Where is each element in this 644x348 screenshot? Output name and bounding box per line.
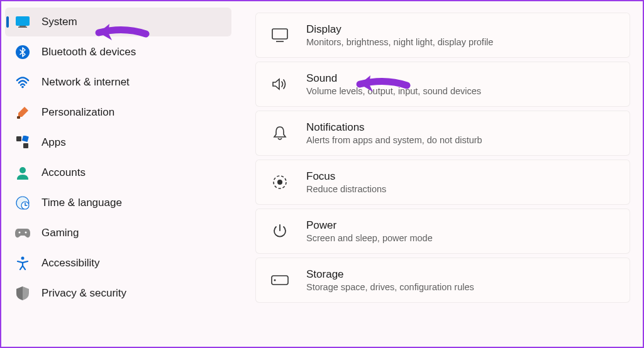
paintbrush-icon	[15, 105, 30, 120]
card-text: Storage Storage space, drives, configura…	[306, 268, 474, 292]
card-notifications[interactable]: Notifications Alerts from apps and syste…	[255, 111, 630, 156]
sidebar-item-apps[interactable]: Apps	[5, 128, 231, 157]
apps-icon	[15, 135, 30, 150]
sidebar-item-label: Time & language	[42, 197, 122, 209]
svg-rect-8	[22, 136, 29, 142]
sidebar-item-label: Personalization	[42, 106, 114, 119]
system-icon	[15, 14, 30, 30]
sidebar-item-label: System	[42, 16, 77, 28]
card-desc: Reduce distractions	[306, 184, 386, 194]
sidebar-item-privacy[interactable]: Privacy & security	[5, 279, 231, 308]
bell-icon	[271, 124, 289, 142]
sidebar-item-label: Accessibility	[42, 257, 100, 269]
accessibility-icon	[15, 256, 30, 271]
card-title: Sound	[306, 72, 481, 85]
card-title: Notifications	[306, 121, 482, 134]
svg-point-12	[19, 232, 21, 234]
svg-point-20	[274, 280, 276, 281]
svg-rect-5	[17, 116, 20, 119]
card-text: Sound Volume levels, output, input, soun…	[306, 72, 481, 96]
sidebar-item-label: Bluetooth & devices	[42, 46, 136, 58]
card-desc: Screen and sleep, power mode	[306, 233, 433, 243]
sidebar-item-personalization[interactable]: Personalization	[5, 98, 231, 127]
svg-point-4	[21, 86, 24, 89]
main-panel: Display Monitors, brightness, night ligh…	[235, 1, 643, 347]
card-storage[interactable]: Storage Storage space, drives, configura…	[255, 258, 630, 303]
svg-rect-2	[18, 27, 27, 28]
sound-icon	[271, 75, 289, 93]
card-desc: Monitors, brightness, night light, displ…	[306, 37, 493, 47]
card-title: Display	[306, 23, 493, 36]
card-text: Power Screen and sleep, power mode	[306, 219, 433, 243]
clock-globe-icon	[15, 195, 30, 210]
storage-icon	[271, 271, 289, 289]
sidebar-item-accounts[interactable]: Accounts	[5, 158, 231, 187]
card-desc: Storage space, drives, configuration rul…	[306, 282, 474, 292]
card-power[interactable]: Power Screen and sleep, power mode	[255, 209, 630, 254]
card-text: Display Monitors, brightness, night ligh…	[306, 23, 493, 47]
card-text: Focus Reduce distractions	[306, 170, 386, 194]
display-icon	[271, 26, 289, 44]
sidebar-item-gaming[interactable]: Gaming	[5, 219, 231, 247]
svg-point-13	[25, 232, 27, 234]
card-display[interactable]: Display Monitors, brightness, night ligh…	[255, 13, 630, 58]
svg-point-9	[19, 167, 26, 173]
svg-rect-0	[16, 16, 30, 26]
power-icon	[271, 222, 289, 240]
sidebar-item-bluetooth[interactable]: Bluetooth & devices	[5, 38, 231, 67]
card-sound[interactable]: Sound Volume levels, output, input, soun…	[255, 62, 630, 107]
sidebar-item-label: Network & internet	[42, 76, 130, 89]
sidebar-item-time[interactable]: Time & language	[5, 188, 231, 217]
person-icon	[15, 165, 30, 180]
svg-rect-1	[19, 26, 26, 27]
sidebar-item-label: Gaming	[42, 227, 79, 239]
shield-icon	[15, 286, 30, 301]
svg-rect-15	[272, 29, 287, 39]
card-text: Notifications Alerts from apps and syste…	[306, 121, 482, 145]
sidebar-item-accessibility[interactable]: Accessibility	[5, 249, 231, 278]
gamepad-icon	[15, 226, 30, 241]
sidebar: System Bluetooth & devices Network & int…	[1, 1, 235, 347]
focus-icon	[271, 173, 289, 191]
card-title: Power	[306, 219, 433, 232]
card-desc: Alerts from apps and system, do not dist…	[306, 135, 482, 145]
sidebar-item-label: Apps	[42, 136, 66, 149]
svg-point-14	[21, 257, 25, 260]
svg-point-18	[277, 180, 282, 185]
card-title: Focus	[306, 170, 386, 183]
sidebar-item-label: Accounts	[42, 166, 86, 179]
svg-rect-6	[16, 136, 21, 141]
sidebar-item-label: Privacy & security	[42, 287, 126, 300]
sidebar-item-system[interactable]: System	[5, 8, 231, 36]
card-title: Storage	[306, 268, 474, 281]
wifi-icon	[15, 75, 30, 90]
bluetooth-icon	[15, 45, 30, 60]
svg-rect-7	[23, 143, 28, 148]
sidebar-item-network[interactable]: Network & internet	[5, 68, 231, 97]
card-desc: Volume levels, output, input, sound devi…	[306, 86, 481, 96]
card-focus[interactable]: Focus Reduce distractions	[255, 160, 630, 205]
